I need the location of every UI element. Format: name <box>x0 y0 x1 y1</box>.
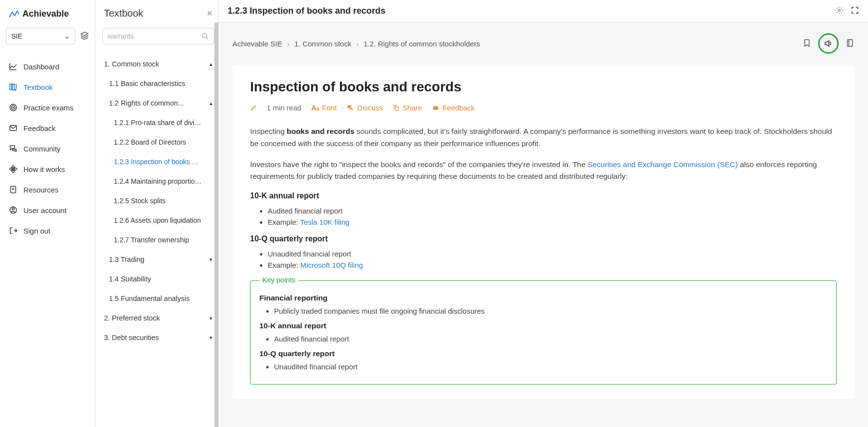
breadcrumb-area: Achievable SIE › 1. Common stock › 1.2. … <box>219 22 868 64</box>
nav-practice[interactable]: Practice exams <box>0 97 95 118</box>
toc-1-2-4[interactable]: 1.2.4 Maintaining proportion... <box>102 171 214 191</box>
search-icon <box>201 32 209 40</box>
svg-rect-1 <box>13 84 15 90</box>
chevron-right-icon: › <box>356 40 359 48</box>
caret-down-icon: ▾ <box>210 335 212 341</box>
fullscreen-icon[interactable] <box>850 6 859 16</box>
toc-1-2-3[interactable]: 1.2.3 Inspection of books an... <box>102 152 214 171</box>
list-item: Example: Microsoft 10Q filing <box>268 259 837 271</box>
toc-section-1[interactable]: 1. Common stock▴ <box>102 54 214 74</box>
toc-section-2[interactable]: 2. Preferred stock▾ <box>102 308 214 328</box>
toc-1-2-6[interactable]: 1.2.6 Assets upon liquidation <box>102 211 214 230</box>
logo-text: Achievable <box>22 9 69 19</box>
copy-icon <box>393 105 400 111</box>
toc-1-2-1[interactable]: 1.2.1 Pro-rata share of divid... <box>102 113 214 132</box>
svg-rect-16 <box>433 106 438 109</box>
nav-dashboard[interactable]: Dashboard <box>0 56 95 77</box>
nav-account[interactable]: User account <box>0 200 95 220</box>
nav-label: Textbook <box>23 83 53 91</box>
discuss-button[interactable]: Discuss <box>346 104 383 112</box>
atom-icon <box>9 165 18 173</box>
heading-10q: 10-Q quarterly report <box>250 235 837 243</box>
course-select-value: SIE <box>11 32 22 40</box>
toc-1-2-5[interactable]: 1.2.5 Stock splits <box>102 191 214 211</box>
breadcrumb: Achievable SIE › 1. Common stock › 1.2. … <box>233 40 480 48</box>
notebook-icon[interactable] <box>846 38 854 49</box>
books-icon <box>9 83 18 91</box>
font-button[interactable]: AaFont <box>311 104 337 112</box>
search-box[interactable] <box>102 28 214 44</box>
list-item: Audited financial report <box>268 205 837 216</box>
page-title-header: 1.2.3 Inspection of books and records <box>228 6 385 16</box>
settings-icon[interactable] <box>835 6 844 16</box>
nav-signout[interactable]: Sign out <box>0 220 95 241</box>
toc-list: 1. Common stock▴ 1.1 Basic characteristi… <box>102 54 214 347</box>
signout-icon <box>9 226 18 235</box>
toc-1-5[interactable]: 1.5 Fundamental analysis <box>102 289 214 308</box>
toc-1-2-2[interactable]: 1.2.2 Board of Directors <box>102 132 214 152</box>
search-input[interactable] <box>107 32 201 40</box>
nav-community[interactable]: Community <box>0 138 95 159</box>
stack-icon[interactable] <box>80 31 89 42</box>
content-area: 1.2.3 Inspection of books and records Ac… <box>219 0 868 427</box>
article-scroll[interactable]: Inspection of books and records 1 min re… <box>219 64 868 427</box>
crumb-subsection[interactable]: 1.2. Rights of common stockholders <box>363 40 480 48</box>
nav-feedback[interactable]: Feedback <box>0 118 95 138</box>
kp-heading: 10-K annual report <box>259 321 827 330</box>
nav-how[interactable]: How it works <box>0 159 95 179</box>
course-select[interactable]: SIE ⌄ <box>6 28 75 44</box>
microsoft-link[interactable]: Microsoft 10Q filing <box>300 261 363 269</box>
toc-section-3[interactable]: 3. Debt securities▾ <box>102 328 214 347</box>
list-10k: Audited financial report Example: Tesla … <box>250 205 837 228</box>
toc-1-2-7[interactable]: 1.2.7 Transfer ownership <box>102 230 214 250</box>
feedback-button[interactable]: Feedback <box>432 104 475 112</box>
tesla-link[interactable]: Tesla 10K filing <box>300 218 349 226</box>
svg-rect-15 <box>395 107 398 110</box>
key-points-label: Key points <box>259 276 298 284</box>
share-button[interactable]: Share <box>393 104 422 112</box>
list-item: Audited financial report <box>274 333 827 344</box>
toc-1-1[interactable]: 1.1 Basic characteristics <box>102 74 214 93</box>
envelope-icon <box>432 105 440 111</box>
svg-rect-0 <box>10 84 12 90</box>
crumb-root[interactable]: Achievable SIE <box>233 40 282 48</box>
paragraph-1: Inspecting books and records sounds comp… <box>250 126 837 150</box>
close-icon[interactable]: × <box>207 8 212 19</box>
comments-icon <box>346 105 354 111</box>
user-icon <box>9 206 18 214</box>
document-icon <box>9 185 18 194</box>
kp-heading: Financial reporting <box>259 294 827 302</box>
chevron-down-icon: ⌄ <box>64 32 70 40</box>
sec-link[interactable]: Securities and Exchange Commission (SEC) <box>588 160 738 169</box>
svg-rect-14 <box>847 40 853 46</box>
toc-1-4[interactable]: 1.4 Suitability <box>102 269 214 289</box>
nav-label: Sign out <box>23 227 50 235</box>
svg-point-12 <box>202 33 207 38</box>
crumb-section[interactable]: 1. Common stock <box>295 40 352 48</box>
list-10q: Unaudited financial report Example: Micr… <box>250 248 837 271</box>
nav-label: Feedback <box>23 124 56 132</box>
nav-label: How it works <box>23 165 65 173</box>
course-selector-row: SIE ⌄ <box>0 28 95 51</box>
svg-point-6 <box>13 169 14 170</box>
textbook-panel: Textbook × 1. Common stock▴ 1.1 Basic ch… <box>95 0 219 427</box>
svg-point-11 <box>12 208 15 211</box>
logo[interactable]: Achievable <box>0 5 95 28</box>
audio-button[interactable] <box>818 33 839 54</box>
header-bar: 1.2.3 Inspection of books and records <box>219 0 868 22</box>
chevron-right-icon: › <box>287 40 290 48</box>
toc-1-3[interactable]: 1.3 Trading▾ <box>102 250 214 269</box>
logo-icon <box>9 10 20 19</box>
svg-point-4 <box>13 107 14 108</box>
caret-up-icon: ▴ <box>210 100 212 107</box>
nav-label: Resources <box>23 186 59 194</box>
toc-1-2[interactable]: 1.2 Rights of common...▴ <box>102 93 214 113</box>
nav-textbook[interactable]: Textbook <box>0 77 95 97</box>
nav-resources[interactable]: Resources <box>0 179 95 200</box>
bookmark-icon[interactable] <box>803 38 811 49</box>
key-points-box: Key points Financial reporting Publicly … <box>250 280 837 384</box>
mail-icon <box>9 124 18 132</box>
edit-button[interactable] <box>250 105 257 111</box>
caret-up-icon: ▴ <box>210 61 212 67</box>
read-time: 1 min read <box>267 104 301 112</box>
